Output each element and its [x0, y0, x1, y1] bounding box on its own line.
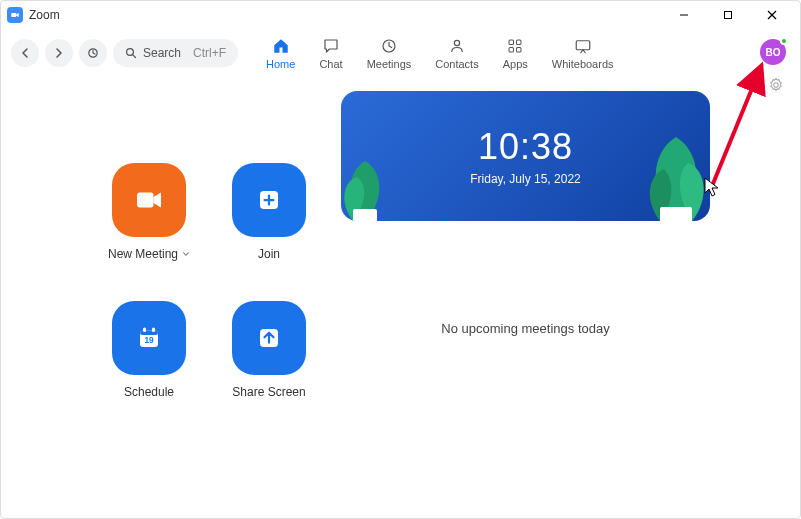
action-label: Join: [258, 247, 280, 261]
close-button[interactable]: [750, 1, 794, 29]
svg-point-9: [454, 40, 459, 45]
tab-label: Apps: [503, 58, 528, 70]
app-title: Zoom: [29, 8, 60, 22]
apps-icon: [505, 36, 525, 56]
join-button[interactable]: Join: [221, 163, 317, 261]
share-screen-button[interactable]: Share Screen: [221, 301, 317, 399]
svg-line-7: [133, 55, 136, 58]
new-meeting-button[interactable]: New Meeting: [101, 163, 197, 261]
tab-apps[interactable]: Apps: [503, 36, 528, 70]
tab-contacts[interactable]: Contacts: [435, 36, 478, 70]
avatar[interactable]: BO: [760, 39, 786, 65]
side-panel: 10:38 Friday, July 15, 2022 No upcoming …: [341, 91, 780, 508]
tab-chat[interactable]: Chat: [319, 36, 342, 70]
clock-time: 10:38: [478, 126, 573, 168]
chat-icon: [321, 36, 341, 56]
settings-button[interactable]: [768, 77, 784, 97]
whiteboard-icon: [573, 36, 593, 56]
search-input[interactable]: Search Ctrl+F: [113, 39, 238, 67]
svg-text:19: 19: [144, 336, 154, 345]
svg-rect-20: [140, 331, 158, 336]
forward-button[interactable]: [45, 39, 73, 67]
avatar-initials: BO: [766, 47, 781, 58]
search-icon: [125, 47, 137, 59]
main-content: New Meeting Join 19: [1, 91, 800, 508]
svg-rect-22: [152, 328, 155, 333]
search-label: Search: [143, 46, 181, 60]
clock-icon: [379, 36, 399, 56]
home-icon: [271, 36, 291, 56]
back-button[interactable]: [11, 39, 39, 67]
plant-decoration-icon: [636, 111, 710, 221]
action-label: New Meeting: [108, 247, 178, 261]
video-icon: [131, 182, 167, 218]
actions-panel: New Meeting Join 19: [21, 91, 321, 508]
tab-label: Contacts: [435, 58, 478, 70]
clock-date: Friday, July 15, 2022: [470, 172, 581, 186]
clock-hero: 10:38 Friday, July 15, 2022: [341, 91, 710, 221]
svg-rect-15: [137, 193, 154, 208]
svg-rect-10: [509, 40, 514, 45]
share-up-icon: [251, 320, 287, 356]
search-hint: Ctrl+F: [193, 46, 226, 60]
contacts-icon: [447, 36, 467, 56]
zoom-logo-icon: [7, 7, 23, 23]
svg-rect-13: [517, 48, 522, 53]
no-meetings-text: No upcoming meetings today: [341, 321, 710, 336]
plant-decoration-icon: [341, 131, 395, 221]
action-label: Share Screen: [232, 385, 305, 399]
action-label: Schedule: [124, 385, 174, 399]
history-button[interactable]: [79, 39, 107, 67]
tab-label: Home: [266, 58, 295, 70]
presence-dot: [780, 37, 788, 45]
tab-label: Whiteboards: [552, 58, 614, 70]
calendar-icon: 19: [131, 320, 167, 356]
window-controls: [662, 1, 794, 29]
svg-rect-26: [660, 207, 692, 221]
maximize-button[interactable]: [706, 1, 750, 29]
chevron-down-icon[interactable]: [182, 247, 190, 261]
svg-rect-21: [143, 328, 146, 333]
toolbar: Search Ctrl+F Home Chat Meetings Conta: [1, 29, 800, 77]
svg-rect-12: [509, 48, 514, 53]
tab-whiteboards[interactable]: Whiteboards: [552, 36, 614, 70]
svg-rect-14: [576, 41, 590, 50]
tab-label: Meetings: [367, 58, 412, 70]
minimize-button[interactable]: [662, 1, 706, 29]
plus-icon: [251, 182, 287, 218]
tab-label: Chat: [319, 58, 342, 70]
tab-home[interactable]: Home: [266, 36, 295, 70]
titlebar: Zoom: [1, 1, 800, 29]
svg-rect-0: [11, 13, 16, 17]
gear-icon: [768, 77, 784, 93]
svg-rect-25: [353, 209, 377, 221]
nav-tabs: Home Chat Meetings Contacts Apps: [266, 36, 614, 70]
tab-meetings[interactable]: Meetings: [367, 36, 412, 70]
svg-rect-2: [725, 12, 732, 19]
schedule-button[interactable]: 19 Schedule: [101, 301, 197, 399]
svg-rect-11: [517, 40, 522, 45]
